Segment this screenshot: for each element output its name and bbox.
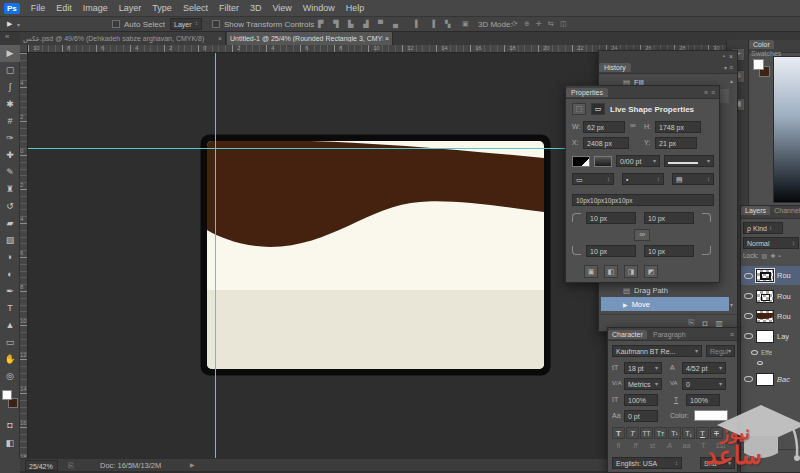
gradient-tool[interactable]: ▧ — [0, 232, 20, 249]
tab-layers[interactable]: Layers — [741, 206, 770, 215]
contextual-alternates-button[interactable]: ff — [629, 442, 642, 449]
fill-color-swatch[interactable] — [572, 156, 590, 167]
visibility-eye-icon[interactable] — [744, 273, 753, 279]
faux-italic-button[interactable]: T — [626, 427, 639, 439]
eraser-tool[interactable]: ▰ — [0, 215, 20, 232]
font-family-dropdown[interactable]: Kaufmann BT Re...▾ — [612, 345, 702, 357]
tab-2-close-icon[interactable]: × — [385, 35, 389, 42]
tracking-dropdown[interactable]: 0▾ — [682, 378, 726, 390]
layer-name[interactable]: Rou — [777, 312, 791, 321]
history-entry-drag-path[interactable]: ▤ Drag Path — [601, 283, 729, 297]
underline-button[interactable]: T — [696, 427, 709, 439]
tab-character[interactable]: Character — [608, 330, 647, 339]
layer-styles-fx-icon[interactable]: fx — [754, 453, 759, 460]
layer-thumbnail[interactable] — [756, 310, 774, 323]
quick-selection-tool[interactable]: ✱ — [0, 96, 20, 113]
layer-name[interactable]: Rou — [777, 271, 791, 280]
visibility-eye-icon[interactable] — [744, 313, 753, 319]
panel-minimize-icon[interactable]: ▪ — [723, 53, 725, 59]
menu-layer[interactable]: Layer — [119, 3, 142, 13]
corner-tr-field[interactable]: 10 px — [644, 212, 694, 224]
stroke-width-field[interactable]: 0/00 pt▾ — [616, 155, 660, 167]
ligatures-button[interactable]: fi — [612, 442, 625, 449]
visibility-eye-icon[interactable] — [751, 350, 758, 355]
ordinals-button[interactable]: 1st — [714, 442, 727, 449]
stroke-type-dropdown[interactable]: ▾ — [664, 155, 714, 167]
lock-pixels-icon[interactable]: ✚ — [770, 252, 775, 259]
layer-name[interactable]: Rou — [777, 292, 791, 301]
scale-3d-icon[interactable]: ◫ — [560, 20, 567, 28]
layer-thumbnail[interactable] — [756, 269, 774, 282]
document-tab-2-active[interactable]: Untitled-1 @ 25/4% (Rounded Rectangle 3,… — [227, 32, 393, 45]
color-gradient-field[interactable] — [773, 56, 800, 203]
tab-1-close-icon[interactable]: × — [218, 35, 222, 42]
font-style-dropdown[interactable]: Regular▾ — [706, 345, 735, 357]
vertical-ruler[interactable]: 4 2 0 2 4 6 8 10 12 14 16 18 — [20, 53, 28, 458]
x-field[interactable]: 2408 px — [583, 137, 629, 149]
marquee-tool[interactable]: ▢ — [0, 62, 20, 79]
ruler-corner[interactable] — [20, 45, 28, 53]
healing-brush-tool[interactable]: ✚ — [0, 147, 20, 164]
properties-menu-icon[interactable]: ≡ — [711, 89, 715, 96]
history-menu-icon[interactable]: ≡ — [729, 64, 733, 71]
leading-dropdown[interactable]: 4/52 pt▾ — [682, 362, 726, 374]
visibility-eye-icon[interactable] — [744, 293, 753, 299]
swash-button[interactable]: A — [663, 442, 676, 449]
status-menu-arrow-icon[interactable]: ▶ — [190, 461, 195, 468]
crop-tool[interactable]: # — [0, 113, 20, 130]
visibility-eye-icon[interactable] — [757, 361, 763, 365]
color-fg-swatch[interactable] — [753, 59, 764, 70]
kerning-dropdown[interactable]: Metrics▾ — [624, 378, 662, 390]
wh-link-icon[interactable]: ∞ — [630, 121, 636, 130]
align-left-icon[interactable]: ▛ — [318, 20, 323, 28]
clone-stamp-tool[interactable]: ♜ — [0, 181, 20, 198]
layer-filter-kind-dropdown[interactable]: ρ Kind ↕ — [743, 222, 783, 234]
lock-all-icon[interactable]: ▪ — [778, 253, 780, 259]
orbit-3d-icon[interactable]: ⟳ — [512, 20, 518, 28]
vertical-guide[interactable] — [215, 53, 216, 458]
strikethrough-button[interactable]: T — [710, 427, 723, 439]
slide-3d-icon[interactable]: ⇆ — [548, 20, 554, 28]
history-scroll-up-icon[interactable]: ▴ — [730, 77, 733, 84]
pen-tool[interactable]: ✒ — [0, 283, 20, 300]
auto-select-checkbox[interactable] — [112, 20, 120, 28]
all-caps-button[interactable]: TT — [640, 427, 653, 439]
titling-alternates-button[interactable]: T — [697, 442, 710, 449]
quick-mask-button[interactable]: ◘ — [0, 417, 20, 434]
roll-3d-icon[interactable]: ⊕ — [524, 20, 530, 28]
align-right-icon[interactable]: ▙ — [348, 20, 353, 28]
path-selection-tool[interactable]: ▲ — [0, 317, 20, 334]
layer-name[interactable]: Bac — [777, 375, 790, 384]
tab-color[interactable]: Color — [749, 40, 774, 49]
horizontal-scale-field[interactable]: 100% — [686, 394, 720, 406]
corner-bl-field[interactable]: 10 px — [586, 245, 636, 257]
layer-name[interactable]: Lay — [777, 332, 789, 341]
menu-window[interactable]: Window — [303, 3, 335, 13]
panel-expand-icon[interactable]: » — [704, 89, 708, 96]
pan-3d-icon[interactable]: ✛ — [536, 20, 542, 28]
eyedropper-tool[interactable]: ✑ — [0, 130, 20, 147]
layer-row[interactable]: Rou — [741, 307, 800, 325]
menu-type[interactable]: Type — [152, 3, 172, 13]
layer-effects-row[interactable]: Effe — [751, 346, 800, 358]
visibility-eye-icon[interactable] — [744, 376, 753, 382]
layer-row-background[interactable]: Bac — [741, 370, 800, 388]
antialias-dropdown[interactable]: Sha▾ — [700, 457, 735, 469]
layer-thumbnail[interactable] — [756, 330, 774, 343]
pathop-intersect-button[interactable]: ◨ — [624, 265, 638, 278]
history-menu-caret-icon[interactable]: ▾ — [724, 64, 727, 71]
corner-br-field[interactable]: 10 px — [644, 245, 694, 257]
brush-tool[interactable]: ✎ — [0, 164, 20, 181]
subscript-button[interactable]: T₁ — [682, 427, 695, 439]
hand-tool[interactable]: ✋ — [0, 351, 20, 368]
corner-link-icon[interactable]: ∞ — [634, 229, 650, 241]
lasso-tool[interactable]: ʃ — [0, 79, 20, 96]
blend-mode-dropdown[interactable]: Normal↕ — [743, 237, 799, 249]
layer-thumbnail[interactable] — [756, 373, 774, 386]
stroke-color-swatch[interactable] — [594, 156, 612, 167]
align-middle-icon[interactable]: ▀ — [378, 20, 383, 27]
stylistic-alternates-button[interactable]: aa — [680, 442, 693, 449]
font-size-dropdown[interactable]: 18 pt▾ — [624, 362, 662, 374]
align-center-icon[interactable]: ▜ — [333, 20, 338, 28]
dodge-tool[interactable]: ◐ — [0, 266, 20, 283]
